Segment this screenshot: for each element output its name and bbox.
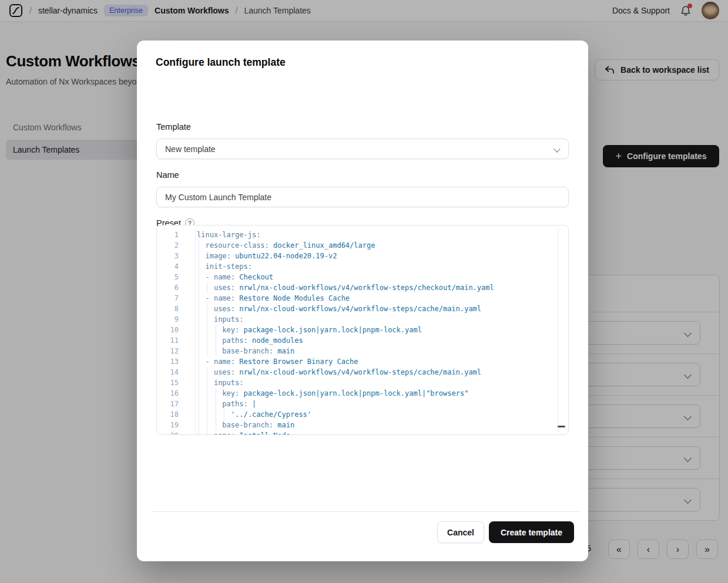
- code-line: 2 resource-class: docker_linux_amd64/lar…: [157, 240, 568, 251]
- code-line: 9 inputs:: [157, 314, 568, 325]
- modal-footer: Cancel Create template: [437, 521, 574, 543]
- name-input[interactable]: [156, 187, 569, 207]
- code-line: 11 paths: node_modules: [157, 335, 568, 346]
- editor-scrollbar-track: [558, 228, 558, 432]
- modal-title: Configure launch template: [156, 56, 286, 69]
- code-line: 16 key: package-lock.json|yarn.lock|pnpm…: [157, 388, 568, 399]
- create-template-button[interactable]: Create template: [489, 521, 574, 543]
- template-label: Template: [156, 122, 191, 132]
- code-line: 20 name: Install Node: [157, 430, 568, 435]
- code-line: 3 image: ubuntu22.04-node20.19-v2: [157, 251, 568, 261]
- code-line: 17 paths: |: [157, 399, 568, 409]
- code-line: 6 uses: nrwl/nx-cloud-workflows/v4/workf…: [157, 282, 568, 293]
- code-line: 4 init-steps:: [157, 261, 568, 272]
- code-line: 14 uses: nrwl/nx-cloud-workflows/v4/work…: [157, 367, 568, 378]
- configure-launch-template-modal: Configure launch template Template New t…: [137, 41, 588, 561]
- code-line: 8 uses: nrwl/nx-cloud-workflows/v4/workf…: [157, 304, 568, 314]
- code-line: 13 - name: Restore Browser Binary Cache: [157, 356, 568, 367]
- chevron-down-icon: [553, 146, 560, 152]
- template-select-value: New template: [165, 144, 216, 154]
- code-line: 7 - name: Restore Node Modules Cache: [157, 293, 568, 304]
- template-select[interactable]: New template: [156, 139, 569, 159]
- name-label: Name: [156, 170, 179, 180]
- footer-divider: [151, 511, 581, 512]
- code-line: 19 base-branch: main: [157, 420, 568, 430]
- code-line: 12 base-branch: main: [157, 346, 568, 356]
- yaml-editor[interactable]: 1linux-large-js:2 resource-class: docker…: [156, 225, 569, 435]
- code-line: 15 inputs:: [157, 378, 568, 388]
- code-line: 10 key: package-lock.json|yarn.lock|pnpm…: [157, 325, 568, 335]
- code-line: 5 - name: Checkout: [157, 272, 568, 282]
- code-line: 1linux-large-js:: [157, 230, 568, 240]
- cancel-button[interactable]: Cancel: [437, 521, 484, 543]
- code-line: 18 '../.cache/Cypress': [157, 409, 568, 420]
- editor-scrollbar-thumb[interactable]: [558, 426, 565, 427]
